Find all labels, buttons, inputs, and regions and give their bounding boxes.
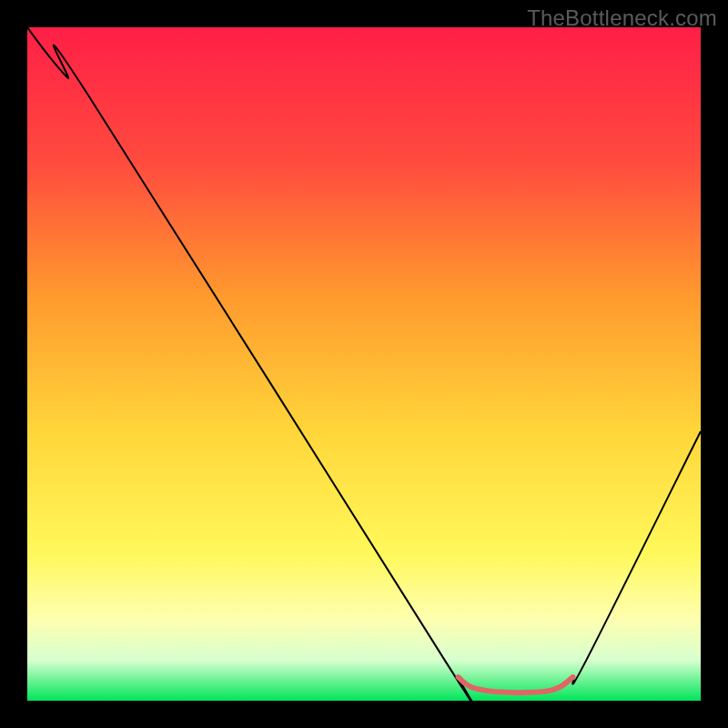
watermark-text: TheBottleneck.com [527, 5, 717, 31]
curve-layer [27, 27, 701, 701]
optimal-range-marker [459, 677, 573, 693]
bottleneck-curve [27, 27, 701, 701]
plot-area [27, 27, 701, 701]
